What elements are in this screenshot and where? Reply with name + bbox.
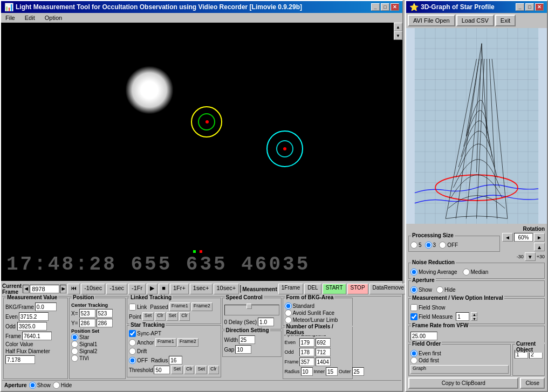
interval-up-btn[interactable]: ▲ [471, 312, 477, 317]
outer-pr-input[interactable] [352, 367, 364, 376]
meteor-lunar-radio[interactable] [285, 317, 292, 324]
x-input1[interactable] [79, 309, 95, 318]
x-input2[interactable] [97, 309, 113, 318]
even-input[interactable] [19, 312, 49, 321]
prev-start-btn[interactable]: ⏮ [67, 284, 80, 294]
stop-btn[interactable]: ■ [159, 284, 169, 294]
even-bg-input[interactable] [316, 338, 331, 347]
psize-3-radio[interactable] [425, 242, 432, 249]
gap-input[interactable] [235, 345, 251, 354]
menu-option[interactable]: Option [43, 14, 64, 22]
video-scrollbar[interactable]: ▲ ▼ [394, 23, 402, 281]
odd-input[interactable] [17, 322, 47, 331]
moving-average-radio[interactable] [410, 269, 417, 276]
odd-aperture-input[interactable] [299, 348, 314, 356]
next-10sec-btn[interactable]: 10sec+ [214, 284, 239, 294]
next-1fr-btn[interactable]: 1Fr+ [170, 284, 189, 294]
scroll-down-btn[interactable]: ▼ [394, 31, 402, 40]
prev-1sec-btn[interactable]: -1sec [106, 284, 127, 294]
inner-pr-input[interactable] [326, 367, 338, 376]
start-btn[interactable]: START [323, 284, 346, 294]
width-input[interactable] [239, 335, 255, 344]
close-button[interactable]: ✕ [391, 3, 399, 11]
aperture-hide-radio[interactable] [53, 382, 60, 389]
rotation-down-btn[interactable]: ▼ [525, 252, 536, 261]
field-show-checkbox[interactable] [410, 304, 417, 311]
graph-close-btn[interactable]: ✕ [535, 3, 544, 11]
frame-scroll-left[interactable]: ◄ [23, 285, 29, 293]
1frame-btn[interactable]: 1Frame [278, 284, 303, 294]
copy-clipboard-btn[interactable]: Copy to ClipBoard [408, 377, 518, 389]
play-btn[interactable]: ▶ [147, 284, 157, 294]
signal1-radio[interactable] [71, 341, 78, 348]
load-csv-btn[interactable]: Load CSV [456, 15, 494, 26]
exit-btn[interactable]: Exit [495, 15, 516, 26]
st-frame1-btn[interactable]: Frame1 [155, 338, 176, 347]
even-aperture-input[interactable] [299, 338, 314, 347]
radius-input[interactable] [169, 356, 182, 365]
maximize-button[interactable]: □ [381, 3, 389, 11]
current-frame-input[interactable] [30, 285, 59, 293]
link-checkbox[interactable] [129, 304, 136, 311]
interval-down-btn[interactable]: ▼ [471, 317, 477, 321]
frame2-linked-btn[interactable]: Frame2 [191, 302, 213, 311]
half-flux-input[interactable] [5, 355, 35, 364]
even-first-radio[interactable] [410, 350, 417, 357]
field-measure-checkbox[interactable] [410, 313, 417, 320]
speed-slider[interactable] [224, 305, 279, 315]
tilvi-radio[interactable] [71, 355, 78, 362]
st-set-btn[interactable]: Set [171, 366, 183, 374]
right-apt-hide-radio[interactable] [436, 286, 443, 293]
st-frame2-btn[interactable]: Frame2 [177, 338, 198, 347]
y-input1[interactable] [79, 319, 95, 327]
menu-file[interactable]: File [3, 14, 17, 22]
radius-pr-input[interactable] [301, 367, 313, 376]
frame-scroll-right[interactable]: ► [60, 285, 66, 293]
rotation-left-btn[interactable]: ◄ [502, 233, 513, 242]
frame-mv-input[interactable] [22, 332, 52, 340]
aperture-show-radio[interactable] [29, 382, 36, 389]
set-linked-btn[interactable]: Set [142, 312, 154, 321]
minimize-button[interactable]: _ [371, 3, 380, 11]
bkg-frame-input[interactable] [35, 302, 57, 311]
del-btn[interactable]: DEL [304, 284, 321, 294]
frame-rate-input[interactable] [410, 332, 437, 340]
sync-apt-checkbox[interactable] [129, 330, 136, 337]
signal2-radio[interactable] [71, 348, 78, 355]
frame-aperture-input[interactable] [299, 357, 314, 366]
st-clr2-btn[interactable]: Clr [208, 366, 219, 374]
drift-radio[interactable] [129, 348, 136, 355]
next-1sec-btn[interactable]: 1sec+ [190, 284, 213, 294]
psize-off-radio[interactable] [439, 242, 446, 249]
st-clr-btn[interactable]: Clr [184, 366, 195, 374]
psize-5-radio[interactable] [410, 242, 417, 249]
stop-btn2[interactable]: STOP [347, 284, 368, 294]
rotation-right-btn[interactable]: ► [534, 233, 545, 242]
anchor-radio[interactable] [129, 339, 136, 346]
median-radio[interactable] [463, 269, 470, 276]
graph-btn[interactable]: Graph [410, 365, 509, 374]
graph-minimize-btn[interactable]: _ [516, 3, 524, 11]
st-set2-btn[interactable]: Set [195, 366, 207, 374]
frame-bg-input[interactable] [316, 357, 331, 366]
standard-radio[interactable] [285, 302, 292, 310]
graph-maximize-btn[interactable]: □ [525, 3, 534, 11]
odd-first-radio[interactable] [410, 357, 417, 364]
odd-bg-input[interactable] [316, 348, 331, 356]
data-remove-btn[interactable]: DataRemove [369, 284, 407, 294]
frame1-linked-btn[interactable]: Frame1 [169, 302, 190, 311]
off-radio[interactable] [129, 357, 136, 364]
rotation-up-btn[interactable]: ▲ [534, 243, 545, 251]
prev-1fr-btn[interactable]: -1Fr [128, 284, 146, 294]
scroll-up-btn[interactable]: ▲ [394, 23, 402, 31]
rotation-input[interactable] [514, 233, 533, 242]
set2-linked-btn[interactable]: Set [167, 312, 179, 321]
avi-file-open-btn[interactable]: AVI File Open [408, 15, 455, 26]
threshold-input[interactable] [154, 366, 170, 374]
y-input2[interactable] [97, 319, 113, 327]
menu-edit[interactable]: Edit [23, 14, 37, 22]
clr2-linked-btn[interactable]: Clr [179, 312, 190, 321]
avoid-sunlit-radio[interactable] [285, 310, 292, 317]
right-apt-show-radio[interactable] [410, 286, 417, 293]
transport-scrollbar[interactable] [240, 285, 241, 293]
